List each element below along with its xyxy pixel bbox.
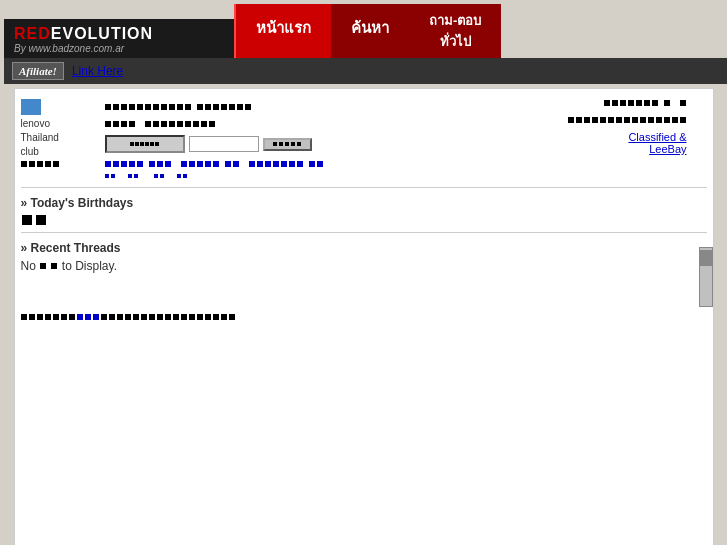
no-threads-row: No to Display. (21, 259, 707, 273)
logo-white-text: EVOLUTION (51, 25, 153, 42)
navbar: หน้าแรก ค้นหา ถาม-ตอบ ทั่วไป (234, 4, 501, 58)
thread-block-1 (40, 263, 46, 269)
main-content: lenovoThailandclub (14, 88, 714, 545)
logo-subtitle: By www.badzone.com.ar (14, 43, 224, 54)
forum-label: lenovoThailandclub (21, 117, 101, 159)
nav-home[interactable]: หน้าแรก (234, 4, 331, 58)
birthdays-section: Today's Birthdays (21, 196, 707, 226)
forum-center (101, 99, 557, 181)
search-row (105, 135, 553, 153)
scrollbar-thumb (700, 250, 712, 266)
divider-1 (21, 187, 707, 188)
classified-link[interactable]: Classified & LeeBay (557, 131, 687, 155)
right-garbled-1 (557, 99, 687, 113)
classified-line1: Classified & (628, 131, 686, 143)
right-garbled-2 (557, 116, 687, 123)
search-button[interactable] (263, 138, 312, 151)
garbled-row-1 (21, 160, 101, 168)
garbled-row-2 (105, 100, 553, 114)
page-wrapper: REDEVOLUTION By www.badzone.com.ar หน้าแ… (0, 0, 727, 545)
forum-icon-row (21, 99, 101, 115)
scrollbar[interactable] (699, 247, 713, 307)
affiliate-label: Afiliate! (12, 62, 64, 80)
nav-qa-line2: ทั่วไป (440, 31, 471, 52)
logo-container: REDEVOLUTION (14, 25, 224, 43)
to-display-text: to Display. (62, 259, 117, 273)
birthday-block-2 (36, 215, 46, 225)
divider-2 (21, 232, 707, 233)
recent-threads-section: Recent Threads No to Display. (21, 241, 707, 273)
classified-line2: LeeBay (649, 143, 686, 155)
affiliate-link[interactable]: Link Here (72, 64, 123, 78)
garbled-row-3 (105, 117, 553, 131)
logo-red-text: RED (14, 25, 51, 42)
forum-icon-area: lenovoThailandclub (21, 99, 101, 169)
no-text: No (21, 259, 36, 273)
blue-row-1 (105, 157, 553, 171)
classified-link-area: Classified & LeeBay (557, 131, 687, 155)
forum-icon (21, 99, 41, 115)
top-row: REDEVOLUTION By www.badzone.com.ar หน้าแ… (4, 4, 723, 58)
birthday-block-1 (22, 215, 32, 225)
birthday-blocks (21, 214, 707, 226)
search-input-light[interactable] (189, 136, 259, 152)
forum-right: Classified & LeeBay (557, 99, 707, 155)
recent-threads-title: Recent Threads (21, 241, 707, 255)
affiliate-bar: Afiliate! Link Here (4, 58, 727, 84)
logo-header: REDEVOLUTION By www.badzone.com.ar (4, 19, 234, 58)
bottom-garbled-area (21, 313, 707, 320)
nav-qa[interactable]: ถาม-ตอบ ทั่วไป (409, 4, 501, 58)
nav-search[interactable]: ค้นหา (331, 4, 409, 58)
blue-row-2 (105, 173, 553, 179)
search-input-dark[interactable] (105, 135, 185, 153)
thread-block-2 (51, 263, 57, 269)
birthdays-title: Today's Birthdays (21, 196, 707, 210)
forum-top-row: lenovoThailandclub (21, 99, 707, 181)
nav-qa-line1: ถาม-ตอบ (429, 10, 481, 31)
